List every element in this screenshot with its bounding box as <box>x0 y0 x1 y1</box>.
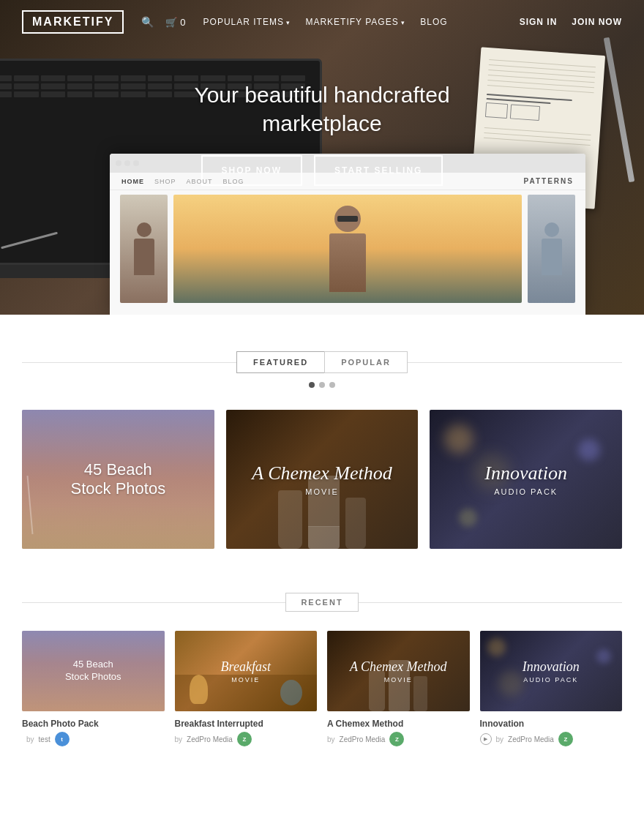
recent-chemex-author: by ZedPro Media Z <box>327 732 470 746</box>
recent-innovation-title: Innovation <box>523 659 580 675</box>
chemex-card-title: A Chemex Method <box>252 462 392 484</box>
innovation-card-overlay: Innovation Audio Pack <box>430 410 622 549</box>
hero-text: Your beautiful handcrafted marketplace S… <box>0 80 644 186</box>
breakfast-title: Breakfast <box>221 659 271 675</box>
carousel-dots <box>22 382 622 388</box>
breakfast-author-avatar: Z <box>237 732 252 746</box>
cart-count: 0 <box>180 17 185 28</box>
beach-author-avatar: t <box>55 732 70 746</box>
recent-breakfast-author: by ZedPro Media Z <box>175 732 318 746</box>
recent-card-breakfast-img: Breakfast Movie <box>175 631 318 711</box>
recent-chemex-card-title: A Chemex Method <box>327 719 470 729</box>
recent-breakfast-card-title: Breakfast Interrupted <box>175 719 318 729</box>
recent-innovation-card-title: Innovation <box>480 719 623 729</box>
recent-chemex-subtitle: Movie <box>384 676 413 683</box>
recent-product-grid: 45 Beach Stock Photos Beach Photo Pack b… <box>0 619 644 761</box>
tab-popular[interactable]: POPULAR <box>324 351 408 373</box>
recent-chemex-title: A Chemex Method <box>350 659 447 675</box>
beach-card-title: 45 Beach Stock Photos <box>71 460 166 499</box>
recent-beach-author: by test t <box>22 732 165 746</box>
beach-card-overlay: 45 Beach Stock Photos <box>22 410 214 549</box>
recent-card-breakfast[interactable]: Breakfast Movie Breakfast Interrupted by… <box>175 631 318 746</box>
dot-2[interactable] <box>319 382 325 388</box>
nav-popular-items[interactable]: POPULAR ITEMS <box>203 17 291 27</box>
cart-icon[interactable]: 🛒 0 <box>165 17 185 28</box>
recent-label: RECENT <box>285 593 358 612</box>
product-card-chemex[interactable]: A Chemex Method Movie <box>226 410 419 549</box>
recent-section-divider: RECENT <box>0 578 644 619</box>
chemex-card-subtitle: Movie <box>305 487 338 496</box>
hero-title: Your beautiful handcrafted marketplace <box>0 80 644 138</box>
recent-card-beach-img: 45 Beach Stock Photos <box>22 631 165 711</box>
dot-1[interactable] <box>309 382 315 388</box>
recent-card-beach[interactable]: 45 Beach Stock Photos Beach Photo Pack b… <box>22 631 165 746</box>
product-card-innovation[interactable]: Innovation Audio Pack <box>430 410 622 549</box>
dot-3[interactable] <box>329 382 335 388</box>
navbar: MARKETIFY 🔍 🛒 0 POPULAR ITEMS MARKETIFY … <box>0 0 644 44</box>
recent-innovation-subtitle: Audio Pack <box>523 676 578 683</box>
tab-featured[interactable]: FEATURED <box>236 351 324 373</box>
chemex-author-avatar: Z <box>389 732 404 746</box>
main-nav: POPULAR ITEMS MARKETIFY PAGES BLOG <box>203 17 448 27</box>
cart-icon-symbol: 🛒 <box>165 17 177 28</box>
chemex-card-overlay: A Chemex Method Movie <box>226 410 419 549</box>
nav-join-now[interactable]: JOIN NOW <box>572 17 622 27</box>
innovation-card-title: Innovation <box>484 462 567 484</box>
navbar-right: SIGN IN JOIN NOW <box>520 17 622 27</box>
featured-product-grid: 45 Beach Stock Photos A Chemex Method Mo… <box>0 410 644 578</box>
nav-blog[interactable]: BLOG <box>420 17 447 27</box>
recent-innovation-author: ▶ by ZedPro Media Z <box>480 732 623 746</box>
product-card-beach[interactable]: 45 Beach Stock Photos <box>22 410 214 549</box>
search-icon[interactable]: 🔍 <box>141 16 154 28</box>
innovation-author-avatar: Z <box>558 732 573 746</box>
innovation-play-icon[interactable]: ▶ <box>480 733 492 745</box>
innovation-card-subtitle: Audio Pack <box>494 487 558 496</box>
recent-card-chemex[interactable]: A Chemex Method Movie A Chemex Method by… <box>327 631 470 746</box>
recent-card-innovation-img: Innovation Audio Pack <box>480 631 623 711</box>
shop-now-button[interactable]: SHOP NOW <box>201 155 302 186</box>
recent-beach-card-title: Beach Photo Pack <box>22 719 165 729</box>
recent-card-innovation[interactable]: Innovation Audio Pack Innovation ▶ by Ze… <box>480 631 623 746</box>
start-selling-button[interactable]: START SELLING <box>314 155 443 186</box>
nav-marketify-pages[interactable]: MARKETIFY PAGES <box>305 17 405 27</box>
featured-tabs-section: FEATURED POPULAR <box>0 315 644 410</box>
recent-card-chemex-img: A Chemex Method Movie <box>327 631 470 711</box>
recent-beach-title: 45 Beach Stock Photos <box>65 659 121 683</box>
breakfast-subtitle: Movie <box>231 676 260 683</box>
nav-sign-in[interactable]: SIGN IN <box>520 17 558 27</box>
site-logo[interactable]: MARKETIFY <box>22 10 124 34</box>
